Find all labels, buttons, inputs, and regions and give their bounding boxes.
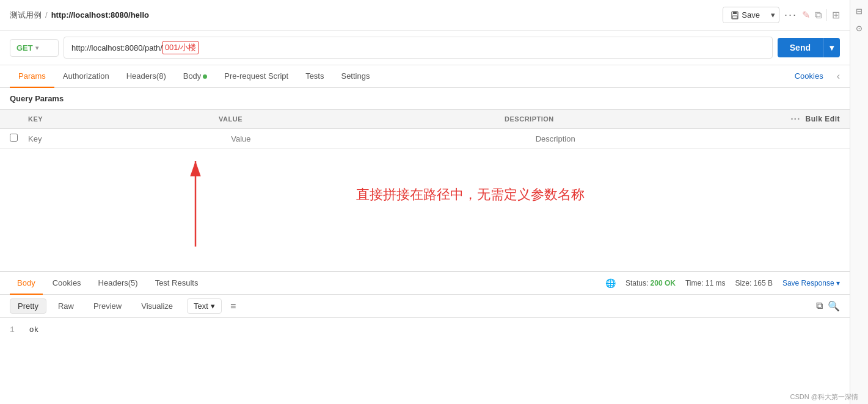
sidebar-icon-1[interactable]: ⊟	[853, 5, 866, 17]
format-raw-button[interactable]: Raw	[50, 298, 82, 314]
code-value-1: ok	[29, 325, 39, 334]
format-visualize-button[interactable]: Visualize	[133, 298, 181, 314]
tab-tests[interactable]: Tests	[297, 65, 332, 88]
url-bar: GET ▾ http://localhost:8080/path/001/小楼 …	[0, 31, 850, 65]
tab-cookies[interactable]: Cookies	[786, 65, 832, 88]
method-chevron-icon: ▾	[35, 45, 38, 51]
annotation-area: 直接拼接在路径中，无需定义参数名称	[0, 149, 850, 271]
res-tab-cookies[interactable]: Cookies	[45, 272, 89, 295]
edit-icon[interactable]: ✎	[802, 9, 810, 21]
more-options-button[interactable]: ···	[784, 9, 797, 21]
svg-rect-2	[732, 16, 737, 18]
copy-icon[interactable]: ⧉	[815, 10, 822, 21]
format-pretty-button[interactable]: Pretty	[10, 298, 46, 314]
annotation-text: 直接拼接在路径中，无需定义参数名称	[356, 186, 585, 204]
wrap-lines-icon[interactable]: ≡	[230, 301, 236, 312]
save-response-button[interactable]: Save Response ▾	[782, 279, 840, 287]
tab-pre-request[interactable]: Pre-request Script	[216, 65, 297, 88]
sidebar-icon-2[interactable]: ⊙	[853, 22, 866, 34]
save-label: Save	[742, 10, 760, 20]
query-params-title: Query Params	[0, 88, 850, 109]
time-label: Time: 11 ms	[685, 279, 726, 287]
desc-input[interactable]	[536, 134, 840, 143]
tab-authorization[interactable]: Authorization	[54, 65, 118, 88]
right-sidebar: ⊟ ⊙	[850, 0, 868, 342]
res-tab-test-results[interactable]: Test Results	[148, 272, 206, 295]
col-actions: ··· Bulk Edit	[790, 114, 840, 124]
format-preview-button[interactable]: Preview	[86, 298, 129, 314]
format-type-chevron-icon: ▾	[211, 301, 215, 311]
tab-settings[interactable]: Settings	[332, 65, 378, 88]
save-icon	[731, 11, 739, 20]
send-chevron-icon[interactable]: ▾	[823, 38, 840, 57]
url-highlighted-part: 001/小楼	[162, 41, 199, 54]
sidebar-toggle-icon[interactable]: ⊞	[826, 9, 840, 21]
tab-body[interactable]: Body	[175, 65, 216, 88]
method-select[interactable]: GET ▾	[10, 39, 59, 57]
code-area: 1 ok	[0, 318, 850, 342]
bulk-edit-button[interactable]: Bulk Edit	[805, 115, 840, 123]
save-chevron-icon: ▾	[771, 10, 775, 20]
response-status: 🌐 Status: 200 OK Time: 11 ms Size: 165 B…	[605, 278, 840, 288]
send-button[interactable]: Send ▾	[778, 38, 840, 57]
url-input[interactable]: http://localhost:8080/path/001/小楼	[64, 37, 773, 59]
svg-rect-1	[733, 12, 737, 14]
col-key-header: KEY	[28, 115, 219, 123]
save-dropdown-button[interactable]: ▾	[767, 7, 779, 23]
value-input[interactable]	[231, 134, 535, 143]
request-tabs: Params Authorization Headers(8) Body Pre…	[0, 65, 850, 88]
key-input[interactable]	[28, 134, 231, 143]
search-response-icon[interactable]: 🔍	[828, 300, 840, 312]
breadcrumb-project: 测试用例	[10, 10, 42, 21]
breadcrumb-sep: /	[45, 10, 48, 20]
col-value-header: VALUE	[219, 115, 505, 123]
table-row	[0, 129, 850, 149]
tab-expand-icon[interactable]: ‹	[837, 71, 840, 82]
res-tab-headers[interactable]: Headers(5)	[91, 272, 145, 295]
format-bar: Pretty Raw Preview Visualize Text ▾ ≡ ⧉ …	[0, 295, 850, 318]
row-checkbox[interactable]	[10, 134, 18, 142]
code-line-1: 1 ok	[10, 325, 840, 334]
url-normal-part: http://localhost:8080/path/	[71, 43, 162, 52]
breadcrumb-current: http://localhost:8080/hello	[51, 10, 149, 20]
format-type-label: Text	[194, 301, 208, 311]
response-tabs: Body Cookies Headers(5) Test Results 🌐 S…	[0, 272, 850, 295]
annotation-arrow	[122, 149, 305, 271]
top-actions: Save ▾ ··· ✎ ⧉ ⊞	[723, 7, 840, 23]
format-right-icons: ⧉ 🔍	[816, 300, 840, 312]
breadcrumb: 测试用例 / http://localhost:8080/hello	[10, 10, 149, 21]
status-label: Status: 200 OK	[625, 279, 676, 287]
col-desc-header: DESCRIPTION	[505, 115, 790, 123]
top-bar: 测试用例 / http://localhost:8080/hello Save …	[0, 0, 850, 31]
response-area: Body Cookies Headers(5) Test Results 🌐 S…	[0, 271, 850, 342]
tab-headers[interactable]: Headers(8)	[118, 65, 175, 88]
table-header: KEY VALUE DESCRIPTION ··· Bulk Edit	[0, 109, 850, 129]
globe-icon: 🌐	[605, 278, 616, 288]
save-button[interactable]: Save	[723, 7, 767, 23]
tab-params[interactable]: Params	[10, 65, 54, 88]
format-type-select[interactable]: Text ▾	[187, 298, 222, 314]
send-label: Send	[778, 38, 823, 57]
copy-response-icon[interactable]: ⧉	[816, 300, 823, 312]
table-more-icon[interactable]: ···	[790, 114, 800, 124]
size-label: Size: 165 B	[735, 279, 773, 287]
status-value: 200 OK	[651, 279, 676, 287]
line-number-1: 1	[10, 325, 15, 334]
method-label: GET	[16, 43, 33, 52]
res-tab-body[interactable]: Body	[10, 272, 43, 295]
